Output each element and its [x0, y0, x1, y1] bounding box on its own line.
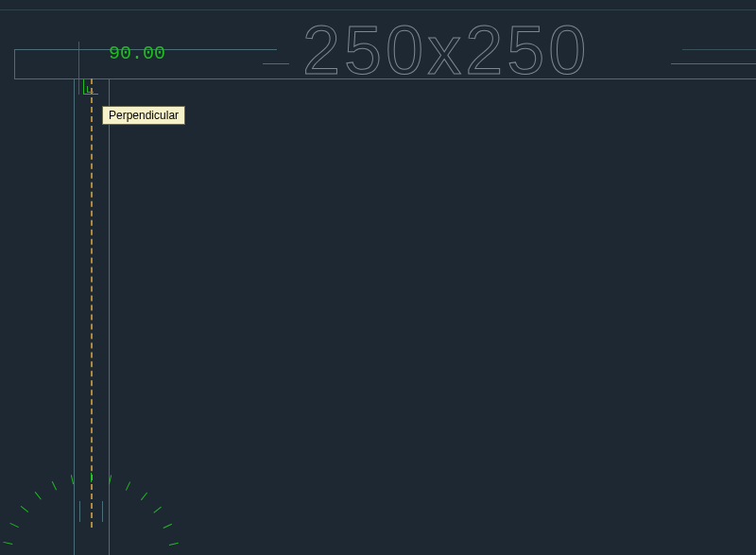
dim-ext-left — [263, 63, 289, 64]
snap-tooltip: Perpendicular — [102, 106, 185, 125]
beam-top-edge-right2 — [682, 49, 756, 50]
vert-guide — [78, 42, 79, 95]
dim-ext-right — [671, 63, 697, 64]
tick-right — [102, 501, 103, 522]
drawing-edge — [0, 9, 756, 10]
perpendicular-snap-icon — [83, 79, 98, 95]
tick-left — [79, 501, 80, 522]
construction-line — [91, 78, 93, 528]
dimension-text: 250x250 — [302, 11, 590, 89]
cad-canvas[interactable]: 90.00 250x250 Perpendicular — [0, 0, 756, 555]
angle-readout: 90.00 — [109, 43, 165, 64]
tracking-circle-icon — [48, 477, 133, 555]
